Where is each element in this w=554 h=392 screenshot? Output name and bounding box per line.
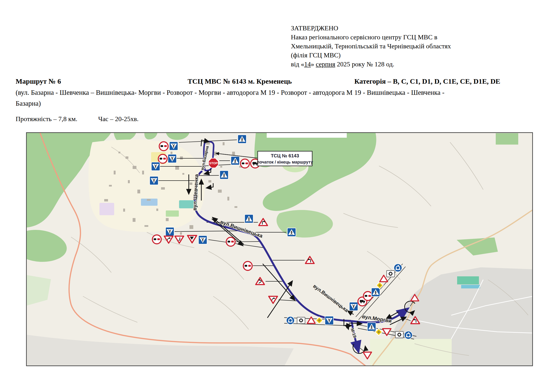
plate-ring-sign [387,270,395,277]
building [171,152,173,154]
building [166,218,169,221]
approval-block: ЗАТВЕРДЖЕНО Наказ регіонального сервісно… [291,24,451,69]
building [133,218,135,222]
no-overtake-sign [159,142,168,150]
approval-line-5: від «14» серпня 2025 року № 128 од. [291,60,451,69]
approval-line-4: (філія ГСЦ МВС) [291,51,451,60]
building [180,232,182,235]
route-map: STOP вул.Базарнавул.Шевченкавул.Вишнівец… [27,133,532,365]
building [189,225,193,229]
building [104,199,108,202]
approval-line-2: Наказ регіонального сервісного центру ГС… [291,33,451,42]
building [128,180,130,183]
info-box-subtitle: початок / кінець маршруту [257,160,313,164]
building [109,185,112,187]
plate-ring-sign [297,317,305,323]
info-box-title: ТСЦ № 6143 [271,153,299,158]
no-overtake-sign [243,261,252,270]
roundabout-sign [286,316,294,324]
blue-yield-sign [166,227,174,236]
building [223,142,225,145]
building [235,206,237,208]
building [147,199,151,201]
building [142,171,144,175]
no-overtake-sign [158,154,167,163]
title-row: Маршрут № 6 ТСЦ МВС № 6143 м. Кременець … [0,77,554,87]
approval-line-3: Хмельницькій, Тернопільській та Чернівец… [291,42,451,51]
building [156,209,158,211]
blue-yield-sign [168,154,176,163]
building [208,180,211,182]
blue-yield-sign [325,316,333,325]
building [189,182,192,185]
route-description-line2: Базарна) [16,99,41,107]
building [182,173,184,175]
building [137,189,140,193]
route-time: Час – 20-25хв. [98,115,138,123]
ped-sign [367,322,376,331]
plate-ring-sign [395,331,403,338]
building [125,156,128,159]
blue-yield-sign [349,302,358,311]
approval-line-1: ЗАТВЕРДЖЕНО [291,24,451,33]
ped-sign [220,171,228,179]
route-map-frame: STOP вул.Базарнавул.Шевченкавул.Вишнівец… [26,132,533,366]
building [218,189,222,193]
no-overtake-sign [240,159,249,168]
blue-yield-sign [150,176,158,185]
blue-yield-sign [151,162,160,171]
building [123,209,125,212]
blue-yield-sign [169,142,178,150]
route-number: Маршрут № 6 [16,77,61,85]
ped-sign [245,215,253,223]
ped-sign [231,156,239,165]
approval-month: серпня [316,60,335,68]
building [145,225,148,227]
building [232,152,235,155]
building [206,142,210,145]
ped-sign [238,135,246,143]
no-overtake-sign [363,292,372,300]
no-overtake-sign [152,235,161,244]
category-list: Категорія – B, C, C1, D1, D, C1E, CE, D1… [354,77,500,85]
blue-yield-sign [199,236,207,244]
building [133,166,136,169]
route-description-line1: (вул. Базарна - Шевченка – Вишнівецька- … [16,89,444,97]
ped-sign [371,288,380,296]
page-title: ТСЦ МВС № 6143 м. Кременець [187,77,292,85]
building [114,171,116,175]
building [227,197,229,201]
building [118,152,120,153]
stop-sign-text: STOP [209,161,217,165]
building [161,187,165,189]
ped-sign [287,228,296,237]
no-overtake-sign [226,237,235,246]
roundabout-sign [394,264,402,272]
approval-day: 14 [304,60,311,68]
route-stats: Протяжність – 7,8 км.Час – 20-25хв. [16,115,138,123]
roundabout-sign [404,331,412,339]
route-length: Протяжність – 7,8 км. [16,115,77,123]
building [180,156,183,160]
building [220,166,222,168]
